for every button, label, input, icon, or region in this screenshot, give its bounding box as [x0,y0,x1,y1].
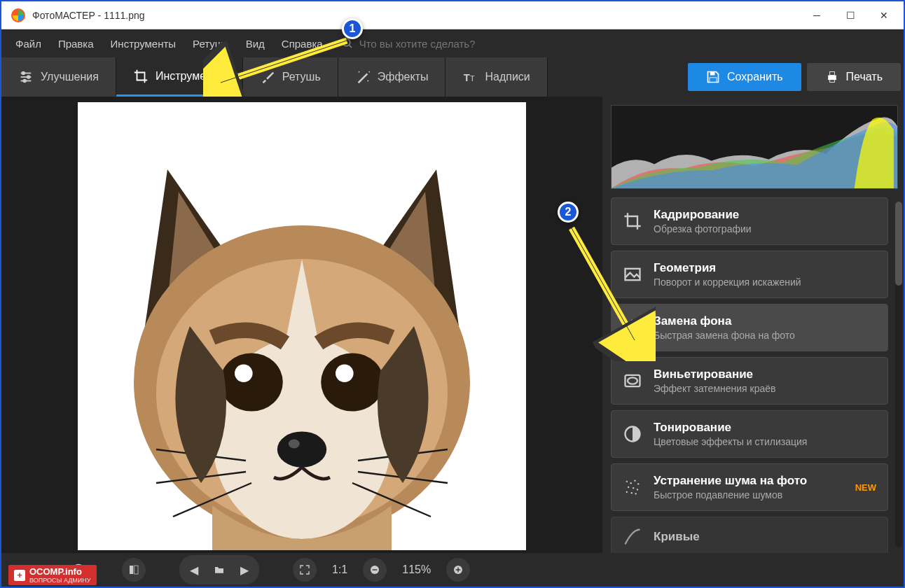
curves-icon [623,527,642,547]
tool-sub: Быстрая замена фона на фото [654,330,876,341]
svg-text:T: T [470,74,475,83]
search-box[interactable] [341,37,541,50]
scrollbar[interactable] [895,202,902,547]
svg-rect-58 [373,569,378,570]
fit-button[interactable] [293,558,317,582]
tool-title: Замена фона [654,314,876,328]
menu-edit[interactable]: Правка [51,34,101,54]
search-input[interactable] [359,38,541,50]
svg-point-27 [220,353,283,411]
new-badge: NEW [855,482,876,493]
svg-point-49 [633,487,634,489]
watermark: + OCOMP.info ВОПРОСЫ АДМИНУ [8,565,97,585]
zoom-in-button[interactable] [446,558,470,582]
tool-sub: Быстрое подавление шумов [654,489,844,500]
minimize-button[interactable]: ─ [800,1,834,29]
tab-text[interactable]: TT Надписи [445,57,547,97]
histogram[interactable] [611,105,898,189]
svg-rect-15 [710,78,717,83]
svg-point-50 [637,489,638,490]
text-icon: TT [462,69,478,85]
menu-tools[interactable]: Инструменты [104,34,184,54]
svg-rect-56 [134,566,138,574]
annotation-badge-2: 2 [558,202,579,223]
tab-label: Улучшения [41,71,99,83]
annotation-arrow-2 [565,221,656,361]
open-button[interactable] [207,558,231,582]
next-button[interactable]: ▶ [233,558,256,582]
print-icon [825,70,839,84]
watermark-main: OCOMP.info [29,566,82,577]
svg-rect-61 [458,568,459,573]
wand-icon [355,69,371,85]
print-label: Печать [846,71,883,83]
tool-sub: Поворот и коррекция искажений [654,276,876,288]
svg-line-67 [572,228,635,340]
tool-sub: Цветовые эффекты и стилизация [654,436,876,447]
canvas[interactable] [78,102,526,550]
vignette-icon [623,371,642,391]
svg-point-42 [628,377,637,384]
svg-point-45 [630,482,632,484]
menu-file[interactable]: Файл [8,34,48,54]
watermark-sub: ВОПРОСЫ АДМИНУ [29,577,91,584]
crop-icon [133,69,148,84]
svg-point-48 [628,486,629,488]
svg-text:T: T [464,72,470,83]
tab-label: Эффекты [378,71,429,83]
tool-denoise[interactable]: Устранение шума на фото Быстрое подавлен… [611,463,888,511]
zoom-level: 115% [396,564,436,576]
maximize-button[interactable]: ☐ [834,1,867,29]
compare-button[interactable] [122,558,146,582]
svg-point-11 [368,71,370,73]
svg-point-29 [235,364,253,382]
zoom-ratio[interactable]: 1:1 [326,564,353,576]
toolbar: Улучшения Инструменты Ретушь Эффекты TT … [1,57,904,97]
prev-button[interactable]: ◀ [182,558,206,582]
tool-title: Тонирование [654,421,876,435]
svg-rect-16 [828,76,836,80]
svg-point-6 [22,72,25,75]
window-title: ФотоМАСТЕР - 1111.png [32,10,800,21]
menubar: Файл Правка Инструменты Ретушь Вид Справ… [1,29,904,57]
main-area: Кадрирование Обрезка фотографии Геометри… [1,97,904,553]
sliders-icon [18,69,34,85]
svg-point-32 [289,440,300,449]
tool-title: Геометрия [654,261,876,275]
canvas-area[interactable] [1,97,602,553]
svg-point-52 [631,492,633,493]
tab-improvements[interactable]: Улучшения [1,57,116,97]
svg-point-9 [358,71,359,73]
svg-point-30 [336,364,354,382]
svg-point-46 [634,480,635,482]
noise-icon [623,477,642,497]
print-button[interactable]: Печать [807,63,901,91]
svg-rect-17 [829,72,834,76]
canvas-image [78,102,526,550]
statusbar: ◀ ▶ 1:1 115% + OCOMP.info ВОПРОСЫ АДМИНУ [1,553,904,587]
tool-title: Кривые [654,530,876,544]
svg-point-47 [637,483,639,484]
tool-toning[interactable]: Тонирование Цветовые эффекты и стилизаци… [611,410,888,458]
zoom-out-button[interactable] [363,558,387,582]
svg-point-28 [321,353,384,411]
svg-point-31 [277,431,326,467]
save-button[interactable]: Сохранить [688,63,801,91]
tool-vignette[interactable]: Виньетирование Эффект затемнения краёв [611,357,888,405]
annotation-badge-1: 1 [342,18,363,39]
tool-title: Виньетирование [654,368,876,382]
scrollbar-thumb[interactable] [895,202,902,286]
tool-sub: Обрезка фотографии [654,223,876,234]
close-button[interactable]: ✕ [867,1,901,29]
nav-group: ◀ ▶ [179,555,259,584]
save-label: Сохранить [727,71,783,83]
annotation-arrow-1 [203,34,357,97]
svg-point-44 [626,481,628,482]
window-titlebar: ФотоМАСТЕР - 1111.png ─ ☐ ✕ [1,1,904,29]
svg-point-53 [635,493,637,494]
tool-title: Устранение шума на фото [654,474,844,488]
tool-sub: Эффект затемнения краёв [654,383,876,394]
app-icon [10,7,27,24]
tool-curves[interactable]: Кривые [611,517,888,553]
contrast-icon [623,424,642,444]
